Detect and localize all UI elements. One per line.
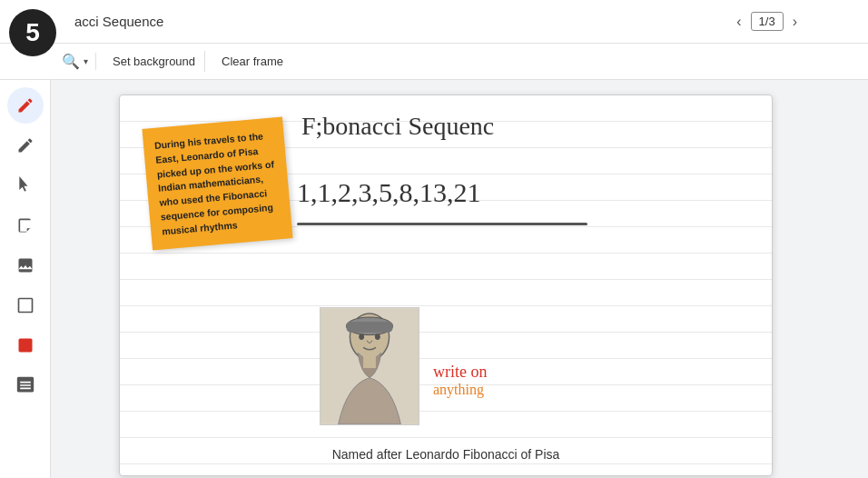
nav-controls: ‹ 1/3 › xyxy=(731,10,803,34)
zoom-icon: 🔍 xyxy=(62,53,80,70)
handwritten-title: F;bonacci Sequenc xyxy=(301,112,494,141)
page-indicator: 1/3 xyxy=(751,12,784,31)
prev-button[interactable]: ‹ xyxy=(731,10,746,34)
marker-tool[interactable] xyxy=(7,127,44,164)
svg-rect-0 xyxy=(18,299,32,313)
zoom-area: 🔍 ▾ xyxy=(62,53,96,70)
step-badge: 5 xyxy=(9,9,56,56)
page-title: acci Sequence xyxy=(74,14,163,29)
top-bar: 5 acci Sequence ‹ 1/3 › xyxy=(0,0,868,44)
main-area: During his travels to the East, Leonardo… xyxy=(0,80,868,478)
jamboard-frame[interactable]: During his travels to the East, Leonardo… xyxy=(119,95,773,476)
caption-text: Named after Leonardo Fibonacci of Pisa xyxy=(120,447,772,462)
laser-tool[interactable] xyxy=(7,327,44,363)
write-on-text: write on anything xyxy=(433,363,487,398)
svg-rect-5 xyxy=(346,322,392,333)
image-tool[interactable] xyxy=(7,247,44,284)
toolbar-bar: 🔍 ▾ Set background Clear frame xyxy=(0,44,868,80)
write-on-line1: write on xyxy=(433,363,487,382)
handwritten-numbers: 1,1,2,3,5,8,13,21 xyxy=(297,177,481,208)
sticky-note-tool[interactable] xyxy=(7,207,44,244)
next-button[interactable]: › xyxy=(787,10,803,34)
numbers-underline xyxy=(297,223,587,225)
sticky-note[interactable]: During his travels to the East, Leonardo… xyxy=(142,117,292,251)
svg-rect-1 xyxy=(18,339,32,353)
portrait-image xyxy=(320,307,419,425)
pen-tool[interactable] xyxy=(7,87,44,124)
select-tool[interactable] xyxy=(7,167,44,204)
canvas-area: During his travels to the East, Leonardo… xyxy=(51,80,841,478)
left-sidebar xyxy=(0,80,51,478)
right-margin xyxy=(841,80,868,478)
svg-point-7 xyxy=(375,334,380,340)
eraser-tool[interactable] xyxy=(7,367,44,403)
clear-frame-button[interactable]: Clear frame xyxy=(212,51,292,72)
shape-tool[interactable] xyxy=(7,287,44,324)
set-background-button[interactable]: Set background xyxy=(104,51,205,72)
write-on-line2: anything xyxy=(433,382,487,398)
svg-rect-8 xyxy=(363,354,376,368)
svg-point-6 xyxy=(359,334,364,340)
zoom-dropdown-icon[interactable]: ▾ xyxy=(84,56,88,66)
